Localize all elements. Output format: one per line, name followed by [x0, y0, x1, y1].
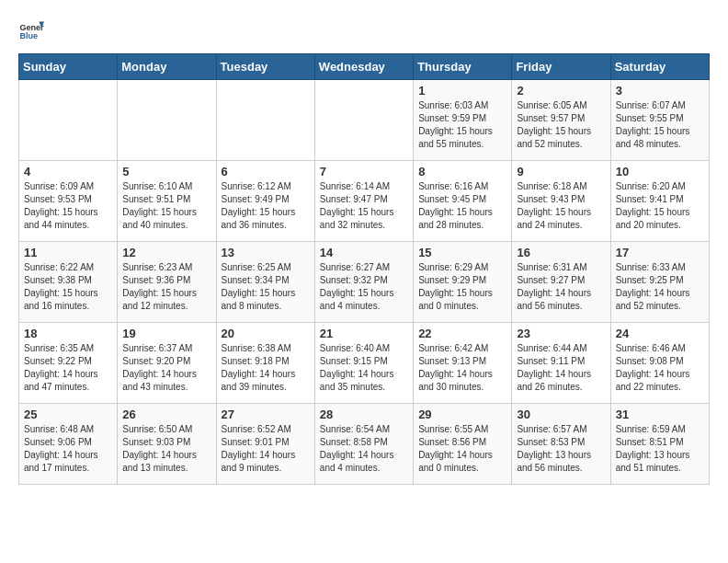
- calendar-table: SundayMondayTuesdayWednesdayThursdayFrid…: [18, 53, 710, 485]
- calendar-cell: 21Sunrise: 6:40 AM Sunset: 9:15 PM Dayli…: [314, 323, 413, 404]
- day-info: Sunrise: 6:54 AM Sunset: 8:58 PM Dayligh…: [320, 423, 408, 475]
- day-number: 17: [616, 246, 704, 259]
- day-number: 27: [222, 408, 310, 421]
- calendar-cell: 1Sunrise: 6:03 AM Sunset: 9:59 PM Daylig…: [414, 80, 512, 161]
- day-number: 14: [320, 246, 408, 259]
- day-number: 15: [418, 246, 506, 259]
- calendar-cell: 29Sunrise: 6:55 AM Sunset: 8:56 PM Dayli…: [414, 404, 512, 485]
- day-info: Sunrise: 6:33 AM Sunset: 9:25 PM Dayligh…: [616, 261, 704, 313]
- day-info: Sunrise: 6:48 AM Sunset: 9:06 PM Dayligh…: [24, 423, 112, 475]
- day-info: Sunrise: 6:12 AM Sunset: 9:49 PM Dayligh…: [222, 180, 310, 232]
- calendar-body: 1Sunrise: 6:03 AM Sunset: 9:59 PM Daylig…: [19, 80, 710, 485]
- calendar-cell: 26Sunrise: 6:50 AM Sunset: 9:03 PM Dayli…: [118, 404, 216, 485]
- calendar-cell: 12Sunrise: 6:23 AM Sunset: 9:36 PM Dayli…: [118, 242, 216, 323]
- day-number: 11: [24, 246, 112, 259]
- weekday-header: Wednesday: [314, 54, 413, 80]
- calendar-cell: 15Sunrise: 6:29 AM Sunset: 9:29 PM Dayli…: [414, 242, 512, 323]
- calendar-cell: 8Sunrise: 6:16 AM Sunset: 9:45 PM Daylig…: [414, 161, 512, 242]
- day-number: 20: [222, 327, 310, 340]
- day-info: Sunrise: 6:42 AM Sunset: 9:13 PM Dayligh…: [418, 342, 506, 394]
- day-number: 3: [616, 84, 704, 98]
- day-info: Sunrise: 6:18 AM Sunset: 9:43 PM Dayligh…: [517, 180, 605, 232]
- weekday-header: Thursday: [414, 54, 512, 80]
- day-number: 31: [616, 408, 704, 421]
- day-number: 30: [517, 408, 605, 421]
- day-info: Sunrise: 6:37 AM Sunset: 9:20 PM Dayligh…: [122, 342, 210, 394]
- day-info: Sunrise: 6:59 AM Sunset: 8:51 PM Dayligh…: [616, 423, 704, 475]
- day-info: Sunrise: 6:16 AM Sunset: 9:45 PM Dayligh…: [418, 180, 506, 232]
- calendar-cell: 17Sunrise: 6:33 AM Sunset: 9:25 PM Dayli…: [610, 242, 709, 323]
- weekday-row: SundayMondayTuesdayWednesdayThursdayFrid…: [19, 54, 710, 80]
- day-number: 10: [616, 165, 704, 178]
- calendar-cell: [314, 80, 413, 161]
- calendar-cell: 3Sunrise: 6:07 AM Sunset: 9:55 PM Daylig…: [610, 80, 709, 161]
- day-info: Sunrise: 6:40 AM Sunset: 9:15 PM Dayligh…: [320, 342, 408, 394]
- calendar-cell: 7Sunrise: 6:14 AM Sunset: 9:47 PM Daylig…: [314, 161, 413, 242]
- logo-icon: General Blue: [18, 18, 44, 44]
- calendar-week-row: 25Sunrise: 6:48 AM Sunset: 9:06 PM Dayli…: [19, 404, 710, 485]
- calendar-cell: 23Sunrise: 6:44 AM Sunset: 9:11 PM Dayli…: [512, 323, 610, 404]
- day-number: 19: [122, 327, 210, 340]
- calendar-cell: 16Sunrise: 6:31 AM Sunset: 9:27 PM Dayli…: [512, 242, 610, 323]
- calendar-cell: 11Sunrise: 6:22 AM Sunset: 9:38 PM Dayli…: [19, 242, 118, 323]
- calendar-cell: [19, 80, 118, 161]
- day-info: Sunrise: 6:38 AM Sunset: 9:18 PM Dayligh…: [222, 342, 310, 394]
- calendar-cell: 18Sunrise: 6:35 AM Sunset: 9:22 PM Dayli…: [19, 323, 118, 404]
- svg-text:Blue: Blue: [19, 31, 38, 40]
- calendar-cell: 20Sunrise: 6:38 AM Sunset: 9:18 PM Dayli…: [216, 323, 314, 404]
- calendar-header: SundayMondayTuesdayWednesdayThursdayFrid…: [19, 54, 710, 80]
- weekday-header: Tuesday: [216, 54, 314, 80]
- header: General Blue: [18, 18, 710, 44]
- day-number: 2: [517, 84, 605, 98]
- day-info: Sunrise: 6:25 AM Sunset: 9:34 PM Dayligh…: [222, 261, 310, 313]
- day-number: 12: [122, 246, 210, 259]
- day-number: 23: [517, 327, 605, 340]
- weekday-header: Monday: [118, 54, 216, 80]
- calendar-cell: 25Sunrise: 6:48 AM Sunset: 9:06 PM Dayli…: [19, 404, 118, 485]
- calendar-cell: 19Sunrise: 6:37 AM Sunset: 9:20 PM Dayli…: [118, 323, 216, 404]
- day-number: 9: [517, 165, 605, 178]
- day-number: 25: [24, 408, 112, 421]
- calendar-cell: 30Sunrise: 6:57 AM Sunset: 8:53 PM Dayli…: [512, 404, 610, 485]
- day-info: Sunrise: 6:20 AM Sunset: 9:41 PM Dayligh…: [616, 180, 704, 232]
- day-info: Sunrise: 6:27 AM Sunset: 9:32 PM Dayligh…: [320, 261, 408, 313]
- calendar-week-row: 18Sunrise: 6:35 AM Sunset: 9:22 PM Dayli…: [19, 323, 710, 404]
- calendar-cell: 13Sunrise: 6:25 AM Sunset: 9:34 PM Dayli…: [216, 242, 314, 323]
- day-info: Sunrise: 6:29 AM Sunset: 9:29 PM Dayligh…: [418, 261, 506, 313]
- day-number: 29: [418, 408, 506, 421]
- day-info: Sunrise: 6:05 AM Sunset: 9:57 PM Dayligh…: [517, 99, 605, 151]
- day-number: 1: [418, 84, 506, 98]
- weekday-header: Friday: [512, 54, 610, 80]
- day-number: 21: [320, 327, 408, 340]
- day-number: 16: [517, 246, 605, 259]
- day-info: Sunrise: 6:07 AM Sunset: 9:55 PM Dayligh…: [616, 99, 704, 151]
- day-info: Sunrise: 6:09 AM Sunset: 9:53 PM Dayligh…: [24, 180, 112, 232]
- calendar-cell: 2Sunrise: 6:05 AM Sunset: 9:57 PM Daylig…: [512, 80, 610, 161]
- calendar-cell: 28Sunrise: 6:54 AM Sunset: 8:58 PM Dayli…: [314, 404, 413, 485]
- day-number: 26: [122, 408, 210, 421]
- day-info: Sunrise: 6:44 AM Sunset: 9:11 PM Dayligh…: [517, 342, 605, 394]
- calendar-cell: 27Sunrise: 6:52 AM Sunset: 9:01 PM Dayli…: [216, 404, 314, 485]
- day-number: 24: [616, 327, 704, 340]
- day-number: 22: [418, 327, 506, 340]
- day-info: Sunrise: 6:52 AM Sunset: 9:01 PM Dayligh…: [222, 423, 310, 475]
- day-info: Sunrise: 6:57 AM Sunset: 8:53 PM Dayligh…: [517, 423, 605, 475]
- calendar-cell: [216, 80, 314, 161]
- day-number: 18: [24, 327, 112, 340]
- day-number: 4: [24, 165, 112, 178]
- calendar-cell: 10Sunrise: 6:20 AM Sunset: 9:41 PM Dayli…: [610, 161, 709, 242]
- calendar-cell: 22Sunrise: 6:42 AM Sunset: 9:13 PM Dayli…: [414, 323, 512, 404]
- day-info: Sunrise: 6:50 AM Sunset: 9:03 PM Dayligh…: [122, 423, 210, 475]
- calendar-week-row: 11Sunrise: 6:22 AM Sunset: 9:38 PM Dayli…: [19, 242, 710, 323]
- calendar-cell: 4Sunrise: 6:09 AM Sunset: 9:53 PM Daylig…: [19, 161, 118, 242]
- calendar-cell: 6Sunrise: 6:12 AM Sunset: 9:49 PM Daylig…: [216, 161, 314, 242]
- day-info: Sunrise: 6:46 AM Sunset: 9:08 PM Dayligh…: [616, 342, 704, 394]
- day-info: Sunrise: 6:22 AM Sunset: 9:38 PM Dayligh…: [24, 261, 112, 313]
- day-info: Sunrise: 6:03 AM Sunset: 9:59 PM Dayligh…: [418, 99, 506, 151]
- calendar-cell: 9Sunrise: 6:18 AM Sunset: 9:43 PM Daylig…: [512, 161, 610, 242]
- weekday-header: Sunday: [19, 54, 118, 80]
- day-info: Sunrise: 6:31 AM Sunset: 9:27 PM Dayligh…: [517, 261, 605, 313]
- calendar-cell: [118, 80, 216, 161]
- day-info: Sunrise: 6:10 AM Sunset: 9:51 PM Dayligh…: [122, 180, 210, 232]
- day-number: 8: [418, 165, 506, 178]
